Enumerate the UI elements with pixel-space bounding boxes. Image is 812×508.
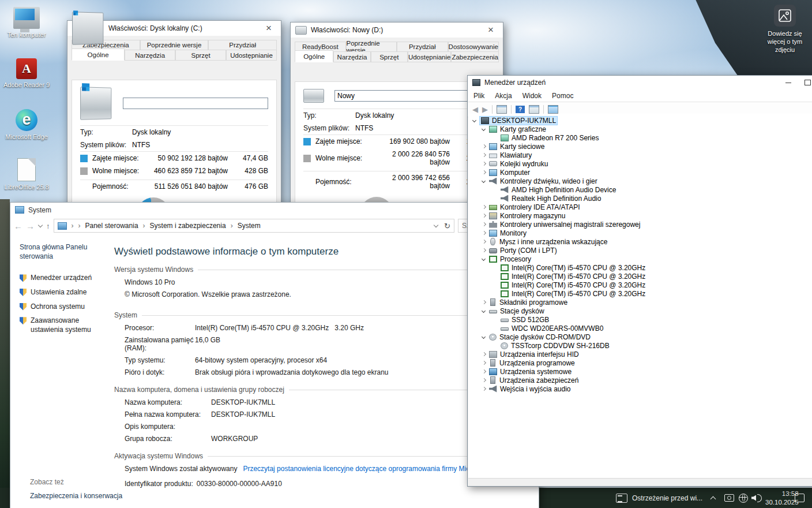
breadcrumb-system[interactable]: System (226, 222, 261, 230)
chevron-right-icon[interactable] (481, 360, 487, 366)
close-button[interactable] (261, 23, 276, 34)
tab-przydzial[interactable]: Przydział (397, 42, 448, 51)
tree-item-gpu[interactable]: AMD Radeon R7 200 Series (468, 133, 812, 142)
tree-item-cdrom-drives[interactable]: Stacje dysków CD-ROM/DVD (468, 333, 812, 341)
tree-item-cpu-0[interactable]: Intel(R) Core(TM) i5-4570 CPU @ 3.20GHz (468, 263, 812, 272)
tree-item-realtek-audio[interactable]: Realtek High Definition Audio (468, 194, 812, 203)
tree-item-computer[interactable]: DESKTOP-IUK7MLL (468, 116, 812, 125)
tree-item-cpu-3[interactable]: Intel(R) Core(TM) i5-4570 CPU @ 3.20GHz (468, 289, 812, 298)
tree-item-ide-controllers[interactable]: Kontrolery IDE ATA/ATAPI (468, 203, 812, 211)
tree-item-audio-io[interactable]: Wejścia i wyjścia audio (468, 384, 812, 393)
chevron-right-icon[interactable] (481, 170, 487, 175)
tree-item-monitors[interactable]: Monitory (468, 229, 812, 237)
tree-item-cpu-2[interactable]: Intel(R) Core(TM) i5-4570 CPU @ 3.20GHz (468, 281, 812, 289)
taskbar-news-widget[interactable]: Ostrzeżenie przed wi... (616, 488, 702, 508)
tab-udostepnianie[interactable]: Udostępnianie (226, 50, 277, 61)
refresh-icon[interactable]: ↻ (444, 222, 450, 230)
tree-item-print-queues[interactable]: Kolejki wydruku (468, 159, 812, 168)
desktop-icon-libreoffice[interactable]: LibreOffice 25.8 (2, 157, 51, 192)
action-center-button[interactable] (795, 488, 805, 508)
tab-sprzet[interactable]: Sprzęt (371, 51, 408, 62)
tree-item-wdc-drive[interactable]: WDC WD20EARS-00MVWB0 (468, 324, 812, 333)
minimize-button[interactable] (781, 77, 796, 88)
address-dropdown[interactable] (434, 223, 438, 228)
tree-item-display-adapters[interactable]: Karty graficzne (468, 125, 812, 133)
chevron-right-icon[interactable] (481, 222, 487, 227)
maximize-button[interactable] (800, 77, 812, 88)
tab-zabezpieczenia[interactable]: Zabezpieczenia (451, 51, 499, 62)
chevron-right-icon[interactable] (481, 230, 487, 236)
tree-item-processors[interactable]: Procesory (468, 255, 812, 263)
tab-poprzednie-wersje[interactable]: Poprzednie wersje (346, 42, 397, 51)
menu-pomoc[interactable]: Pomoc (552, 92, 573, 100)
sidebar-item-device-manager[interactable]: Menedżer urządzeń (20, 274, 106, 283)
back-button[interactable]: ← (14, 221, 22, 231)
tree-item-software-components[interactable]: Składniki programowe (468, 298, 812, 307)
console-window-icon[interactable] (497, 105, 507, 114)
sidebar-control-panel-home[interactable]: Strona główna Panelu sterowania (20, 242, 95, 261)
tab-dostosowywanie[interactable]: Dostosowywanie (448, 42, 499, 51)
sidebar-item-remote-settings[interactable]: Ustawienia zdalne (20, 288, 106, 297)
breadcrumb-system-i-zabezpieczenia[interactable]: System i zabezpieczenia (138, 222, 226, 230)
tab-udostepnianie[interactable]: Udostępnianie (408, 51, 452, 62)
address-bar[interactable]: Panel sterowania System i zabezpieczenia… (54, 219, 455, 233)
menu-widok[interactable]: Widok (522, 92, 542, 100)
chevron-right-icon[interactable] (481, 386, 487, 392)
tree-item-computer-node[interactable]: Komputer (468, 168, 812, 177)
spotlight-learn-more[interactable]: Dowiedz się więcej o tym zdjęciu (760, 5, 810, 54)
forward-icon[interactable]: ▶ (482, 105, 488, 114)
chevron-right-icon[interactable] (481, 369, 487, 375)
chevron-down-icon[interactable] (472, 118, 478, 124)
tree-item-software-devices[interactable]: Urządzenia programowe (468, 358, 812, 367)
volume-label-input[interactable] (123, 98, 268, 109)
tab-narzedzia[interactable]: Narzędzia (125, 50, 175, 61)
history-dropdown[interactable] (38, 223, 43, 228)
tree-item-hid-devices[interactable]: Urządzenia interfejsu HID (468, 350, 812, 358)
up-button[interactable]: ↑ (46, 222, 50, 230)
chevron-right-icon[interactable] (481, 352, 487, 357)
tab-przydzial[interactable]: Przydział (208, 40, 277, 50)
tree-item-storage-controllers[interactable]: Kontrolery magazynu (468, 211, 812, 220)
tree-item-usb-controllers[interactable]: Kontrolery uniwersalnej magistrali szere… (468, 220, 812, 229)
menu-plik[interactable]: Plik (473, 92, 484, 100)
tab-narzedzia[interactable]: Narzędzia (333, 51, 370, 62)
chevron-right-icon[interactable] (481, 204, 487, 210)
chevron-right-icon[interactable] (481, 161, 487, 167)
chevron-down-icon[interactable] (481, 334, 487, 340)
tab-sprzet[interactable]: Sprzęt (175, 50, 226, 61)
chevron-right-icon[interactable] (481, 144, 487, 150)
tree-item-ssd[interactable]: SSD 512GB (468, 315, 812, 324)
sidebar-item-advanced-settings[interactable]: Zaawansowane ustawienia systemu (20, 316, 106, 334)
tray-overflow-button[interactable] (710, 488, 716, 508)
taskbar-clock[interactable]: 13:58 30.10.2025 (765, 488, 799, 508)
tree-item-disk-drives[interactable]: Stacje dysków (468, 307, 812, 315)
forward-button[interactable]: → (26, 221, 35, 231)
security-maintenance-link[interactable]: Zabezpieczenia i konserwacja (30, 492, 122, 500)
chevron-right-icon[interactable] (481, 152, 487, 158)
back-icon[interactable]: ◀ (472, 105, 478, 114)
properties-icon[interactable] (529, 105, 539, 114)
scan-hardware-icon[interactable] (548, 105, 558, 114)
tree-item-sound-controllers[interactable]: Kontrolery dźwięku, wideo i gier (468, 177, 812, 185)
desktop-icon-this-pc[interactable]: Ten komputer (2, 5, 51, 39)
chevron-right-icon[interactable] (481, 378, 487, 383)
license-terms-link[interactable]: Przeczytaj postanowienia licencyjne doty… (243, 465, 487, 473)
chevron-right-icon[interactable] (481, 300, 487, 305)
tab-ogolne[interactable]: Ogólne (72, 48, 125, 61)
tray-network[interactable] (739, 488, 748, 508)
chevron-down-icon[interactable] (481, 308, 487, 314)
tree-item-system-devices[interactable]: Urządzenia systemowe (468, 367, 812, 376)
chevron-right-icon[interactable] (481, 248, 487, 253)
tree-item-keyboards[interactable]: Klawiatury (468, 151, 812, 159)
tab-poprzednie-wersje[interactable]: Poprzednie wersje (140, 40, 209, 50)
close-button[interactable] (483, 24, 498, 36)
breadcrumb-panel-sterowania[interactable]: Panel sterowania (74, 222, 138, 230)
tree-item-mice[interactable]: Mysz i inne urządzenia wskazujące (468, 237, 812, 246)
chevron-right-icon[interactable] (481, 213, 487, 219)
chevron-down-icon[interactable] (481, 178, 487, 184)
chevron-down-icon[interactable] (481, 126, 487, 132)
tree-item-cpu-1[interactable]: Intel(R) Core(TM) i5-4570 CPU @ 3.20GHz (468, 272, 812, 281)
tray-cast[interactable] (724, 488, 734, 508)
desktop-icon-adobe-reader[interactable]: A Adobe Reader 9 (2, 55, 51, 89)
chevron-down-icon[interactable] (481, 256, 487, 262)
